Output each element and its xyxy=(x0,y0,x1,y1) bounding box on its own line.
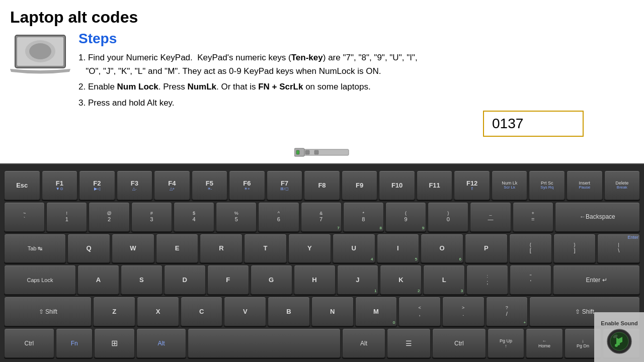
key-z[interactable]: Z xyxy=(93,297,135,326)
key-n[interactable]: N xyxy=(311,297,354,326)
key-prtsc[interactable]: Prt ScSys Rq xyxy=(529,170,565,200)
content-body: Steps 1. Find your Numeric KeyPad. KeyPa… xyxy=(10,31,634,112)
svg-point-12 xyxy=(617,342,620,345)
key-tab[interactable]: Tab ↹ xyxy=(4,234,66,263)
key-alt-left[interactable]: Alt xyxy=(136,328,187,358)
key-insert[interactable]: InsertPause xyxy=(567,170,603,200)
key-win[interactable]: ⊞ xyxy=(94,328,134,358)
keyboard-container: Esc F1▼⊙ F2▶◁ F3△- F4△+ F5☀- F6☀+ F7⊞/◻ … xyxy=(0,163,644,362)
key-m[interactable]: M0 xyxy=(355,297,397,326)
key-t[interactable]: T xyxy=(244,234,287,263)
key-f5[interactable]: F5☀- xyxy=(192,170,228,200)
step-2: 2. Enable Num Lock. Press NumLk. Or that… xyxy=(78,80,634,94)
key-l[interactable]: L3 xyxy=(423,265,465,295)
key-o[interactable]: O6 xyxy=(421,234,463,263)
key-4[interactable]: $4 xyxy=(174,202,214,232)
page-title: Laptop alt codes xyxy=(10,8,634,27)
key-f9[interactable]: F9 xyxy=(342,170,378,200)
svg-rect-6 xyxy=(296,150,299,154)
key-ctrl-left[interactable]: Ctrl xyxy=(4,328,54,358)
key-h[interactable]: H xyxy=(294,265,336,295)
key-pgup[interactable]: Pg Up↑ xyxy=(488,328,525,358)
key-a[interactable]: A xyxy=(77,265,119,295)
svg-rect-8 xyxy=(314,150,318,154)
key-rbracket[interactable]: }] xyxy=(553,234,596,263)
key-quote[interactable]: "' xyxy=(510,265,551,295)
key-f7[interactable]: F7⊞/◻ xyxy=(267,170,303,200)
key-delete[interactable]: DeleteBreak xyxy=(604,170,640,200)
key-2[interactable]: @2 xyxy=(89,202,129,232)
key-b[interactable]: B xyxy=(268,297,310,326)
enable-sound-button[interactable]: Enable Sound xyxy=(594,312,644,362)
key-f2[interactable]: F2▶◁ xyxy=(79,170,115,200)
key-backtick[interactable]: ~` xyxy=(4,202,45,232)
key-home[interactable]: ←Home xyxy=(526,328,563,358)
usb-dongle-area xyxy=(294,145,350,160)
key-backslash[interactable]: |\Enter xyxy=(597,234,640,263)
key-w[interactable]: W xyxy=(112,234,154,263)
svg-point-3 xyxy=(29,43,51,59)
key-f1[interactable]: F1▼⊙ xyxy=(42,170,78,200)
key-lbracket[interactable]: {[ xyxy=(509,234,552,263)
key-f[interactable]: F xyxy=(207,265,249,295)
key-1[interactable]: !1 xyxy=(46,202,87,232)
key-f6[interactable]: F6☀+ xyxy=(229,170,265,200)
sound-icon xyxy=(606,328,632,354)
steps-list: 1. Find your Numeric KeyPad. KeyPad's nu… xyxy=(78,51,634,110)
key-f10[interactable]: F10 xyxy=(379,170,415,200)
key-f8[interactable]: F8 xyxy=(304,170,340,200)
key-f12[interactable]: F12⇑ xyxy=(454,170,490,200)
key-3[interactable]: #3 xyxy=(131,202,172,232)
key-f11[interactable]: F11 xyxy=(417,170,453,200)
key-5[interactable]: %5 xyxy=(216,202,257,232)
key-capslock[interactable]: Caps Lock xyxy=(4,265,76,295)
key-s[interactable]: S xyxy=(121,265,163,295)
key-y[interactable]: Y xyxy=(288,234,331,263)
laptop-icon xyxy=(10,33,70,78)
key-e[interactable]: E xyxy=(156,234,199,263)
alt-code-input[interactable] xyxy=(483,111,584,137)
key-shift-left[interactable]: ⇧ Shift xyxy=(4,297,92,326)
key-6[interactable]: ^6 xyxy=(258,202,299,232)
key-c[interactable]: C xyxy=(181,297,223,326)
key-q[interactable]: Q xyxy=(67,234,110,263)
key-enter[interactable]: Enter ↵ xyxy=(553,265,640,295)
key-minus[interactable]: _— xyxy=(470,202,511,232)
key-period[interactable]: >. xyxy=(442,297,485,326)
key-f4[interactable]: F4△+ xyxy=(154,170,190,200)
key-0[interactable]: )0 xyxy=(428,202,468,232)
key-fn[interactable]: Fn xyxy=(56,328,93,358)
key-x[interactable]: X xyxy=(137,297,179,326)
key-slash[interactable]: ?/+ xyxy=(486,297,528,326)
asdf-row: Caps Lock A S D F G H J1 K2 L3 :; "' Ent… xyxy=(4,265,640,295)
key-menu[interactable]: ☰ xyxy=(387,328,431,358)
key-numlock[interactable]: Num LkScr Lk xyxy=(492,170,528,200)
key-p[interactable]: P xyxy=(465,234,508,263)
key-j[interactable]: J1 xyxy=(337,265,379,295)
steps-title: Steps xyxy=(78,31,634,47)
key-7[interactable]: &77 xyxy=(301,202,342,232)
key-k[interactable]: K2 xyxy=(380,265,422,295)
key-esc[interactable]: Esc xyxy=(4,170,40,200)
key-9[interactable]: (99 xyxy=(385,202,426,232)
key-comma[interactable]: <, xyxy=(398,297,441,326)
steps-container: Steps 1. Find your Numeric KeyPad. KeyPa… xyxy=(78,31,634,112)
alt-code-input-wrapper xyxy=(483,111,584,137)
key-ctrl-right[interactable]: Ctrl xyxy=(432,328,486,358)
key-g[interactable]: G xyxy=(251,265,292,295)
key-space[interactable] xyxy=(188,328,340,358)
key-backspace[interactable]: ←Backspace xyxy=(555,202,640,232)
key-f3[interactable]: F3△- xyxy=(117,170,153,200)
key-i[interactable]: I5 xyxy=(377,234,420,263)
key-u[interactable]: U4 xyxy=(333,234,375,263)
key-equals[interactable]: += xyxy=(513,202,553,232)
step-1: 1. Find your Numeric KeyPad. KeyPad's nu… xyxy=(78,51,634,78)
key-r[interactable]: R xyxy=(200,234,243,263)
key-v[interactable]: V xyxy=(224,297,266,326)
key-8[interactable]: *88 xyxy=(343,202,384,232)
key-semicolon[interactable]: :; xyxy=(466,265,508,295)
number-row: ~` !1 @2 #3 $4 %5 ^6 &77 *88 (99 )0 _— +… xyxy=(4,202,640,232)
key-d[interactable]: D xyxy=(164,265,206,295)
key-alt-right[interactable]: Alt xyxy=(342,328,386,358)
svg-rect-7 xyxy=(305,150,309,154)
